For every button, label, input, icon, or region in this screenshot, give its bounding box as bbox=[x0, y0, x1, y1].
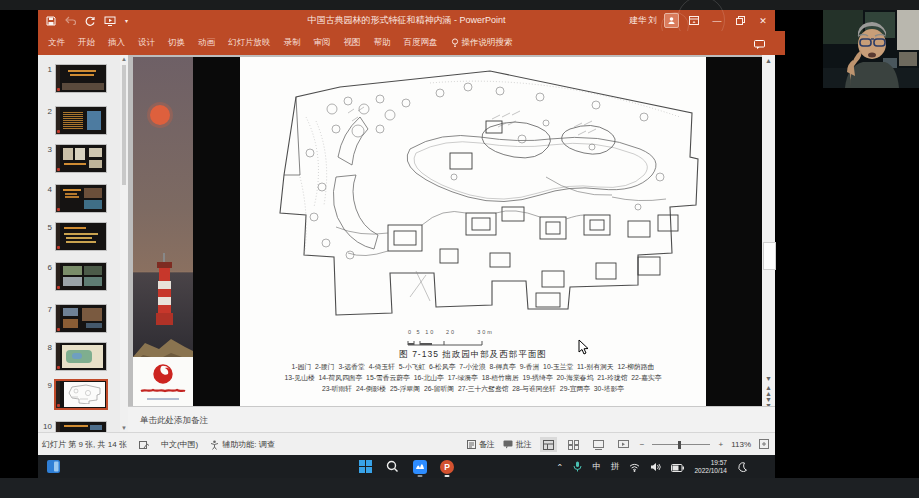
scroll-down-icon[interactable]: ▼ bbox=[120, 425, 128, 431]
slide-thumbnail-5[interactable] bbox=[56, 223, 106, 250]
thumbnail-row: 9 bbox=[38, 381, 128, 408]
tab-view[interactable]: 视图 bbox=[344, 37, 361, 49]
slide-thumbnail-6[interactable] bbox=[56, 263, 106, 290]
tab-home[interactable]: 开始 bbox=[78, 37, 95, 49]
microphone-icon[interactable] bbox=[573, 458, 582, 476]
thumbnail-row: 1 bbox=[38, 65, 128, 92]
plan-legend-line-3: 23-听雨轩 24-倒影楼 25-浮翠阁 26-留听阁 27-三十六鸳鸯馆 28… bbox=[240, 384, 706, 394]
redo-icon[interactable] bbox=[85, 16, 95, 26]
slide-number: 2 bbox=[38, 107, 52, 116]
start-slideshow-icon[interactable] bbox=[104, 16, 116, 26]
account-avatar-icon[interactable] bbox=[664, 13, 679, 28]
comments-button[interactable]: 批注 bbox=[503, 439, 532, 450]
wifi-icon[interactable] bbox=[629, 458, 640, 476]
tab-baidu-netdisk[interactable]: 百度网盘 bbox=[404, 37, 438, 49]
slide-thumbnail-9-selected[interactable] bbox=[56, 381, 106, 408]
tab-animations[interactable]: 动画 bbox=[198, 37, 215, 49]
language-status[interactable]: 中文(中国) bbox=[161, 439, 198, 450]
slide-thumbnail-8[interactable] bbox=[56, 343, 106, 370]
notes-placeholder[interactable]: 单击此处添加备注 bbox=[140, 415, 208, 427]
scroll-up-icon[interactable]: ▲ bbox=[762, 55, 775, 67]
spellcheck-icon[interactable] bbox=[139, 440, 149, 450]
titlebar-controls: 建华 刘 — ✕ bbox=[629, 10, 771, 31]
tab-design[interactable]: 设计 bbox=[138, 37, 155, 49]
ribbon-display-options-button[interactable] bbox=[686, 13, 702, 28]
tencent-meeting-icon[interactable] bbox=[412, 459, 427, 474]
account-name[interactable]: 建华 刘 bbox=[629, 15, 657, 27]
thumbnail-row: 4 bbox=[38, 185, 128, 212]
qat-customize-icon[interactable]: ▾ bbox=[125, 17, 128, 24]
slide-number: 8 bbox=[38, 343, 52, 352]
notes-pane[interactable]: 单击此处添加备注 bbox=[128, 406, 775, 433]
search-icon[interactable] bbox=[385, 459, 400, 474]
thumbnail-row: 8 bbox=[38, 343, 128, 370]
restore-button[interactable] bbox=[732, 13, 748, 28]
garden-plan-image[interactable]: 0 5 10 20 30m 图 7-135 拙政园中部及西部平面图 1-园门 2… bbox=[240, 57, 706, 406]
scroll-thumb[interactable] bbox=[763, 242, 776, 270]
tab-record[interactable]: 录制 bbox=[284, 37, 301, 49]
speaker-icon[interactable] bbox=[650, 458, 661, 476]
status-bar: 幻灯片 第 9 张, 共 14 张 中文(中国) 辅助功能: 调查 备注 批注 bbox=[38, 432, 775, 456]
minimize-button[interactable]: — bbox=[709, 13, 725, 28]
ime-mode-indicator[interactable]: 拼 bbox=[611, 461, 620, 473]
tray-expand-icon[interactable]: ⌃ bbox=[556, 462, 563, 472]
undo-icon[interactable] bbox=[65, 16, 76, 25]
slide-thumbnail-3[interactable] bbox=[56, 145, 106, 172]
slide-thumbnail-1[interactable] bbox=[56, 65, 106, 92]
slide-number: 1 bbox=[38, 65, 52, 74]
zoom-out-button[interactable]: − bbox=[640, 440, 645, 449]
save-icon[interactable] bbox=[46, 16, 56, 26]
ime-language-indicator[interactable]: 中 bbox=[592, 461, 601, 473]
normal-view-button[interactable] bbox=[540, 437, 557, 452]
powerpoint-taskbar-icon[interactable]: P bbox=[439, 459, 454, 474]
sunset-photo bbox=[133, 57, 193, 272]
scroll-thumb[interactable] bbox=[122, 65, 126, 185]
slide-thumbnail-7[interactable] bbox=[56, 305, 106, 332]
thumbnail-row: 2 bbox=[38, 107, 128, 134]
slide-thumbnail-2[interactable] bbox=[56, 107, 106, 134]
slide-number: 7 bbox=[38, 305, 52, 314]
lighthouse-photo bbox=[156, 253, 173, 325]
tab-slideshow[interactable]: 幻灯片放映 bbox=[228, 37, 271, 49]
slide-thumbnail-10[interactable] bbox=[56, 422, 106, 432]
zoom-slider-knob[interactable] bbox=[678, 441, 681, 449]
tab-insert[interactable]: 插入 bbox=[108, 37, 125, 49]
slide-sorter-view-button[interactable] bbox=[565, 437, 582, 452]
scroll-up-icon[interactable]: ▲ bbox=[120, 56, 128, 62]
accessibility-status[interactable]: 辅助功能: 调查 bbox=[210, 439, 274, 450]
plan-legend-line-2: 13-见山楼 14-荷风四面亭 15-雪香云蔚亭 16-北山亭 17-绿漪亭 1… bbox=[240, 373, 706, 383]
tab-review[interactable]: 审阅 bbox=[314, 37, 331, 49]
comments-bubble-icon[interactable] bbox=[754, 36, 765, 54]
thumbnail-row: 5 bbox=[38, 223, 128, 250]
zoom-slider[interactable] bbox=[652, 444, 710, 445]
fit-to-window-button[interactable] bbox=[759, 439, 769, 451]
slide-editing-area: 0 5 10 20 30m 图 7-135 拙政园中部及西部平面图 1-园门 2… bbox=[128, 55, 775, 406]
taskbar-clock[interactable]: 19:57 2022/10/14 bbox=[694, 459, 727, 474]
slide-canvas[interactable]: 0 5 10 20 30m 图 7-135 拙政园中部及西部平面图 1-园门 2… bbox=[133, 57, 762, 406]
tab-file[interactable]: 文件 bbox=[48, 37, 65, 49]
slideshow-view-button[interactable] bbox=[615, 437, 632, 452]
battery-icon[interactable] bbox=[671, 458, 684, 476]
slide-indicator[interactable]: 幻灯片 第 9 张, 共 14 张 bbox=[42, 439, 127, 450]
reading-view-button[interactable] bbox=[590, 437, 607, 452]
tab-transitions[interactable]: 切换 bbox=[168, 37, 185, 49]
close-button[interactable]: ✕ bbox=[755, 13, 771, 28]
mouse-cursor bbox=[578, 339, 590, 355]
slide-thumbnail-panel: 1 2 3 bbox=[38, 55, 128, 432]
zoom-in-button[interactable]: + bbox=[718, 440, 723, 449]
windows-taskbar: P ⌃ 中 拼 19:57 2022/10/14 bbox=[38, 455, 775, 478]
tell-me-search[interactable]: 操作说明搜索 bbox=[451, 37, 513, 49]
focus-assist-moon-icon[interactable] bbox=[737, 458, 747, 476]
slide-number: 5 bbox=[38, 223, 52, 232]
thumbnail-scrollbar[interactable]: ▲ ▼ bbox=[120, 55, 128, 432]
tab-help[interactable]: 帮助 bbox=[374, 37, 391, 49]
widgets-icon[interactable] bbox=[46, 459, 61, 474]
participant-webcam[interactable] bbox=[823, 10, 919, 88]
comment-icon bbox=[503, 440, 513, 449]
notes-button[interactable]: 备注 bbox=[467, 439, 495, 450]
start-button[interactable] bbox=[358, 459, 373, 474]
powerpoint-window: 中国古典园林的形式特征和精神内涵 - PowerPoint ▾ 建华 刘 — ✕… bbox=[38, 10, 775, 455]
zoom-percentage[interactable]: 113% bbox=[731, 440, 751, 449]
slide-thumbnail-4[interactable] bbox=[56, 185, 106, 212]
editing-scrollbar[interactable]: ▲ ▼ ▲▲ ▼▼ bbox=[762, 55, 775, 406]
